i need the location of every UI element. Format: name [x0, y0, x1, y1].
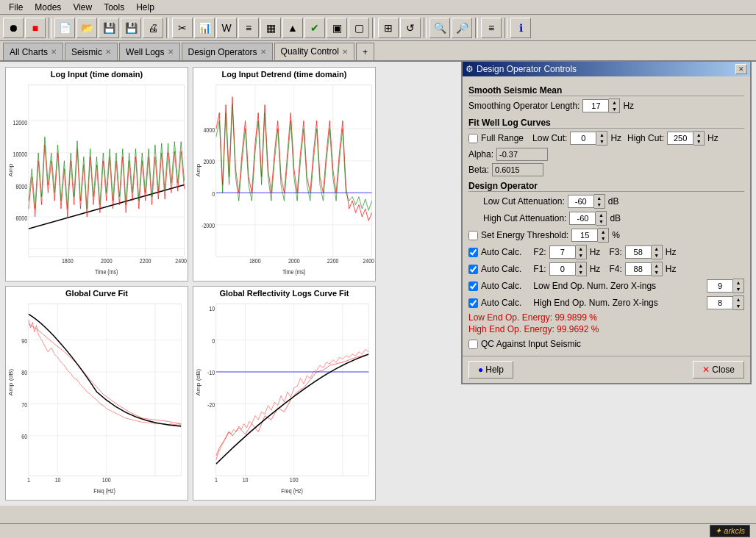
- set-energy-down[interactable]: ▼: [598, 235, 608, 242]
- low-cut-down[interactable]: ▼: [596, 138, 607, 145]
- low-end-zero-xings-spinbox[interactable]: ▲ ▼: [707, 279, 744, 293]
- full-range-checkbox[interactable]: [468, 134, 478, 143]
- smoothing-operator-input[interactable]: [582, 99, 609, 112]
- f3-up[interactable]: ▲: [652, 245, 662, 252]
- f4-down[interactable]: ▼: [652, 269, 662, 276]
- qc-against-input-checkbox[interactable]: [468, 340, 478, 349]
- f3-down[interactable]: ▼: [652, 252, 662, 259]
- set-energy-checkbox[interactable]: [468, 231, 478, 240]
- beta-value[interactable]: [492, 163, 543, 176]
- f2-up[interactable]: ▲: [576, 245, 586, 252]
- tab-well-logs-close[interactable]: ✕: [168, 48, 174, 56]
- auto-calc-2-checkbox[interactable]: [468, 281, 478, 291]
- tab-well-logs[interactable]: Well Logs ✕: [119, 43, 179, 60]
- f2-input[interactable]: [549, 245, 576, 259]
- low-end-zero-xings-down[interactable]: ▼: [733, 286, 743, 293]
- f1-up[interactable]: ▲: [576, 262, 586, 269]
- f1-spinbox[interactable]: ▲ ▼: [549, 262, 587, 276]
- panel-close-icon[interactable]: ✕: [735, 64, 747, 74]
- tab-seismic-close[interactable]: ✕: [105, 48, 111, 56]
- tab-quality-control-close[interactable]: ✕: [342, 48, 348, 56]
- scissors-btn[interactable]: ✂: [172, 18, 193, 38]
- tab-design-operators[interactable]: Design Operators ✕: [182, 43, 273, 60]
- help-button[interactable]: ● Help: [468, 361, 513, 379]
- high-cut-spinbox[interactable]: ▲ ▼: [667, 131, 705, 146]
- tab-seismic[interactable]: Seismic ✕: [65, 43, 118, 60]
- f2-spinbox[interactable]: ▲ ▼: [549, 245, 587, 259]
- tab-all-charts[interactable]: All Charts ✕: [3, 43, 63, 60]
- mountain-btn[interactable]: ▲: [282, 18, 303, 38]
- f1-input[interactable]: [549, 262, 576, 276]
- chart-btn[interactable]: 📊: [194, 18, 215, 38]
- layers-btn[interactable]: ≡: [481, 18, 502, 38]
- print-btn[interactable]: 🖨: [143, 18, 163, 38]
- box2-btn[interactable]: ▢: [349, 18, 369, 38]
- f4-up[interactable]: ▲: [652, 262, 662, 269]
- new-btn[interactable]: 📄: [54, 18, 75, 38]
- set-energy-spinbox[interactable]: ▲ ▼: [571, 228, 609, 243]
- auto-calc-3-checkbox[interactable]: [468, 298, 478, 308]
- tab-quality-control[interactable]: Quality Control ✕: [274, 43, 354, 60]
- high-end-zero-xings-down[interactable]: ▼: [733, 303, 743, 309]
- note-btn[interactable]: W: [216, 18, 237, 38]
- f4-input[interactable]: [625, 262, 652, 276]
- menu-modes[interactable]: Modes: [29, 1, 67, 14]
- box1-btn[interactable]: ▣: [327, 18, 347, 38]
- high-end-zero-xings-up[interactable]: ▲: [733, 296, 743, 303]
- tab-design-operators-close[interactable]: ✕: [260, 48, 266, 56]
- open-btn[interactable]: 📂: [76, 18, 97, 38]
- f2-down[interactable]: ▼: [576, 252, 586, 259]
- menu-view[interactable]: View: [67, 1, 98, 14]
- record-btn[interactable]: ⏺: [3, 18, 24, 38]
- high-cut-down[interactable]: ▼: [693, 138, 704, 145]
- save-btn[interactable]: 💾: [99, 18, 119, 38]
- menu-tools[interactable]: Tools: [98, 1, 130, 14]
- high-cut-atten-down[interactable]: ▼: [596, 218, 606, 225]
- low-cut-atten-input[interactable]: [568, 195, 594, 208]
- smoothing-operator-down[interactable]: ▼: [609, 106, 619, 112]
- low-cut-up[interactable]: ▲: [596, 132, 607, 138]
- stop-btn[interactable]: ■: [25, 18, 46, 38]
- save-as-btn[interactable]: 💾: [121, 18, 141, 38]
- high-cut-atten-spinbox[interactable]: ▲ ▼: [569, 211, 607, 226]
- set-energy-up[interactable]: ▲: [598, 229, 608, 235]
- wells-btn[interactable]: ≡: [238, 18, 259, 38]
- zoom-in-btn[interactable]: 🔍: [429, 18, 450, 38]
- grid-btn[interactable]: ▦: [260, 18, 281, 38]
- smoothing-operator-up[interactable]: ▲: [609, 99, 619, 106]
- high-cut-atten-up[interactable]: ▲: [596, 212, 606, 218]
- auto-calc-0-checkbox[interactable]: [468, 248, 478, 257]
- menu-file[interactable]: File: [3, 1, 29, 14]
- smoothing-operator-spinbox[interactable]: ▲ ▼: [582, 98, 620, 113]
- low-cut-atten-spinbox[interactable]: ▲ ▼: [568, 194, 605, 209]
- close-button[interactable]: ✕ Close: [693, 361, 744, 379]
- set-energy-input[interactable]: [571, 229, 598, 242]
- layout-btn[interactable]: ⊞: [378, 18, 399, 38]
- alpha-value[interactable]: [496, 148, 548, 161]
- low-end-zero-xings-up[interactable]: ▲: [733, 279, 743, 286]
- f1-down[interactable]: ▼: [576, 269, 586, 276]
- high-cut-up[interactable]: ▲: [693, 132, 704, 138]
- high-cut-input[interactable]: [667, 132, 693, 145]
- svg-text:Time (ms): Time (ms): [282, 269, 306, 276]
- f3-spinbox[interactable]: ▲ ▼: [625, 245, 663, 259]
- low-cut-spinbox[interactable]: ▲ ▼: [570, 131, 607, 146]
- f3-input[interactable]: [625, 245, 652, 259]
- svg-text:1800: 1800: [62, 257, 74, 265]
- low-cut-atten-down[interactable]: ▼: [594, 201, 605, 208]
- high-end-zero-xings-input[interactable]: [707, 296, 733, 309]
- high-end-zero-xings-spinbox[interactable]: ▲ ▼: [707, 295, 744, 310]
- low-cut-input[interactable]: [570, 132, 596, 145]
- low-cut-atten-up[interactable]: ▲: [594, 195, 605, 201]
- high-cut-atten-input[interactable]: [569, 212, 596, 225]
- check-btn[interactable]: ✔: [304, 18, 325, 38]
- zoom-out-btn[interactable]: 🔎: [452, 18, 472, 38]
- tab-all-charts-close[interactable]: ✕: [51, 48, 57, 56]
- refresh-btn[interactable]: ↺: [400, 18, 421, 38]
- menu-help[interactable]: Help: [130, 1, 160, 14]
- f4-spinbox[interactable]: ▲ ▼: [625, 262, 663, 276]
- info-btn[interactable]: ℹ: [510, 18, 531, 38]
- auto-calc-1-checkbox[interactable]: [468, 265, 478, 274]
- low-end-zero-xings-input[interactable]: [707, 279, 733, 293]
- tab-add-btn[interactable]: +: [356, 43, 374, 60]
